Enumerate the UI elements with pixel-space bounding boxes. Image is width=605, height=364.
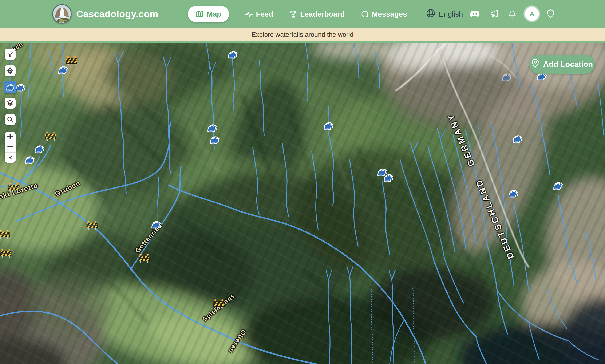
main-nav: Map Feed Leaderboard <box>188 0 407 28</box>
tab-map[interactable]: Map <box>188 6 229 22</box>
tab-messages-label: Messages <box>372 10 407 18</box>
notifications-button[interactable] <box>508 0 517 28</box>
pin-icon <box>531 58 539 70</box>
waterfall-marker[interactable] <box>207 123 218 132</box>
waterfall-marker[interactable] <box>512 134 523 143</box>
waterfall-marker[interactable] <box>553 181 564 190</box>
construction-marker[interactable] <box>0 249 12 259</box>
layers-icon <box>7 100 14 107</box>
terrain-and-rivers <box>0 43 605 364</box>
filter-icon <box>7 51 14 58</box>
compass-reset-button[interactable] <box>5 152 15 163</box>
waterfall-marker[interactable] <box>15 83 26 92</box>
zoom-control <box>5 132 15 163</box>
construction-marker[interactable] <box>213 299 225 309</box>
chat-bubble-icon <box>361 10 369 18</box>
compass-icon <box>7 154 13 161</box>
waterfall-marker[interactable] <box>151 220 162 229</box>
brand-logo[interactable] <box>52 4 72 24</box>
zoom-out-button[interactable] <box>5 142 15 152</box>
add-location-label: Add Location <box>543 60 593 69</box>
waterfall-marker[interactable] <box>58 65 69 74</box>
layers-button[interactable] <box>5 98 15 109</box>
locate-icon <box>7 67 14 74</box>
megaphone-icon <box>489 9 498 19</box>
filter-button[interactable] <box>5 49 15 60</box>
wave-icon <box>6 84 15 91</box>
construction-marker[interactable] <box>45 131 56 141</box>
locate-button[interactable] <box>5 65 15 76</box>
tab-map-label: Map <box>207 10 221 18</box>
zoom-in-button[interactable] <box>5 132 15 142</box>
trophy-icon <box>289 10 297 18</box>
tab-leaderboard[interactable]: Leaderboard <box>289 10 345 18</box>
waterfall-marker[interactable] <box>25 155 35 164</box>
map-canvas[interactable]: achnkt LorettoGrubenGottenriedSpielmanns… <box>0 43 605 364</box>
waterfall-marker[interactable] <box>228 50 238 59</box>
construction-marker[interactable] <box>66 56 78 66</box>
shield-icon <box>546 9 555 19</box>
avatar-initial: A <box>529 10 534 18</box>
waterfall-layer-toggle[interactable] <box>4 81 16 93</box>
waterfall-marker[interactable] <box>508 189 519 198</box>
announcement-banner: Explore waterfalls around the world <box>0 28 605 41</box>
tab-feed[interactable]: Feed <box>245 10 273 18</box>
waterfall-marker[interactable] <box>323 121 334 130</box>
map-icon <box>195 10 204 18</box>
brand-title[interactable]: Cascadology.com <box>76 0 158 28</box>
discord-button[interactable] <box>470 0 480 28</box>
plus-icon <box>7 133 13 141</box>
search-button[interactable] <box>5 114 15 125</box>
waterfall-marker[interactable] <box>502 72 512 81</box>
top-navbar: Cascadology.com Map Feed <box>0 0 605 28</box>
cascadology-app: Cascadology.com Map Feed <box>0 0 605 364</box>
banner-divider <box>0 41 605 43</box>
language-label: English <box>439 10 463 18</box>
bell-icon <box>508 9 517 19</box>
admin-shield-button[interactable] <box>546 0 555 28</box>
waterfall-marker[interactable] <box>34 144 45 153</box>
minus-icon <box>7 144 13 151</box>
construction-marker[interactable] <box>8 182 20 192</box>
banner-text: Explore waterfalls around the world <box>251 31 354 39</box>
add-location-button[interactable]: Add Location <box>529 55 595 74</box>
construction-marker[interactable] <box>138 253 150 263</box>
discord-icon <box>470 9 480 19</box>
announcements-button[interactable] <box>489 0 498 28</box>
construction-marker[interactable] <box>0 230 10 240</box>
language-selector[interactable]: English <box>426 0 463 28</box>
tab-messages[interactable]: Messages <box>361 10 407 18</box>
globe-icon <box>426 9 435 19</box>
construction-marker[interactable] <box>86 221 98 231</box>
search-icon <box>7 116 14 123</box>
activity-icon <box>245 10 253 18</box>
waterfall-marker[interactable] <box>210 135 220 144</box>
tab-feed-label: Feed <box>256 10 273 18</box>
avatar[interactable]: A <box>525 7 539 21</box>
waterfall-marker[interactable] <box>383 173 394 182</box>
tab-leaderboard-label: Leaderboard <box>300 10 345 18</box>
